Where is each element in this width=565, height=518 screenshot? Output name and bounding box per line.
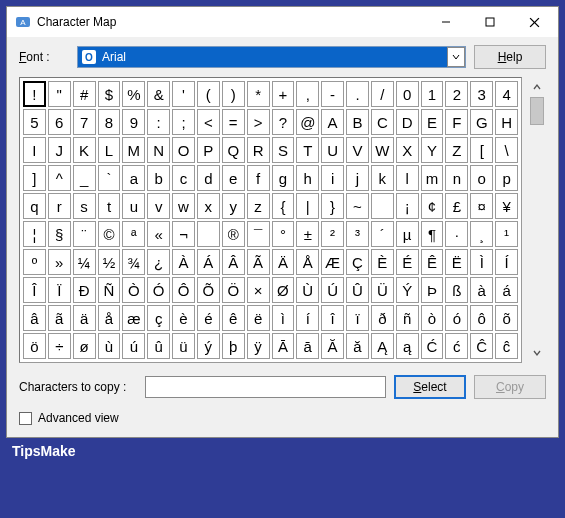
character-cell[interactable]: Ć (421, 333, 444, 359)
character-cell[interactable]: " (48, 81, 71, 107)
character-cell[interactable]: ý (197, 333, 220, 359)
scroll-thumb[interactable] (530, 97, 544, 125)
chevron-down-icon[interactable] (447, 47, 465, 67)
character-cell[interactable]: X (396, 137, 419, 163)
character-cell[interactable]: î (321, 305, 344, 331)
character-cell[interactable]: Ú (321, 277, 344, 303)
character-cell[interactable]: l (396, 165, 419, 191)
character-cell[interactable]: b (147, 165, 170, 191)
scroll-down-icon[interactable] (529, 345, 545, 361)
character-cell[interactable]: « (147, 221, 170, 247)
character-cell[interactable]: S (272, 137, 295, 163)
character-cell[interactable] (197, 221, 220, 247)
character-cell[interactable]: Î (23, 277, 46, 303)
character-cell[interactable]: * (247, 81, 270, 107)
character-cell[interactable]: ÷ (48, 333, 71, 359)
character-cell[interactable]: c (172, 165, 195, 191)
character-cell[interactable]: j (346, 165, 369, 191)
character-cell[interactable]: é (197, 305, 220, 331)
character-cell[interactable]: . (346, 81, 369, 107)
character-cell[interactable]: | (296, 193, 319, 219)
character-cell[interactable]: ï (346, 305, 369, 331)
character-cell[interactable]: ! (23, 81, 46, 107)
character-cell[interactable]: w (172, 193, 195, 219)
character-cell[interactable]: É (396, 249, 419, 275)
character-cell[interactable]: ¶ (421, 221, 444, 247)
character-cell[interactable]: Ü (371, 277, 394, 303)
character-cell[interactable]: Z (445, 137, 468, 163)
character-cell[interactable]: ú (122, 333, 145, 359)
character-cell[interactable]: r (48, 193, 71, 219)
character-cell[interactable]: ë (247, 305, 270, 331)
character-cell[interactable]: ² (321, 221, 344, 247)
character-cell[interactable]: y (222, 193, 245, 219)
character-cell[interactable]: V (346, 137, 369, 163)
character-cell[interactable]: Ā (272, 333, 295, 359)
character-cell[interactable]: ¨ (73, 221, 96, 247)
character-cell[interactable]: Û (346, 277, 369, 303)
character-cell[interactable]: ą (396, 333, 419, 359)
character-cell[interactable]: \ (495, 137, 518, 163)
character-cell[interactable]: 6 (48, 109, 71, 135)
character-cell[interactable]: ¥ (495, 193, 518, 219)
character-cell[interactable]: : (147, 109, 170, 135)
character-cell[interactable]: 8 (98, 109, 121, 135)
character-cell[interactable]: ü (172, 333, 195, 359)
character-cell[interactable]: þ (222, 333, 245, 359)
character-cell[interactable]: Å (296, 249, 319, 275)
character-cell[interactable]: e (222, 165, 245, 191)
character-cell[interactable]: ¾ (122, 249, 145, 275)
character-cell[interactable]: · (445, 221, 468, 247)
character-cell[interactable]: i (321, 165, 344, 191)
character-cell[interactable]: , (296, 81, 319, 107)
character-cell[interactable]: p (495, 165, 518, 191)
close-button[interactable] (512, 8, 556, 36)
character-cell[interactable]: µ (396, 221, 419, 247)
character-cell[interactable]: 0 (396, 81, 419, 107)
character-cell[interactable]: ö (23, 333, 46, 359)
character-cell[interactable]: ā (296, 333, 319, 359)
character-cell[interactable]: ó (445, 305, 468, 331)
character-cell[interactable]: U (321, 137, 344, 163)
character-cell[interactable]: Â (222, 249, 245, 275)
character-cell[interactable]: 4 (495, 81, 518, 107)
character-cell[interactable]: Ö (222, 277, 245, 303)
character-cell[interactable]: ? (272, 109, 295, 135)
character-cell[interactable]: Þ (421, 277, 444, 303)
character-cell[interactable]: © (98, 221, 121, 247)
character-cell[interactable]: ¦ (23, 221, 46, 247)
character-cell[interactable]: 3 (470, 81, 493, 107)
character-cell[interactable]: C (371, 109, 394, 135)
character-cell[interactable]: ô (470, 305, 493, 331)
character-cell[interactable]: ] (23, 165, 46, 191)
character-cell[interactable]: £ (445, 193, 468, 219)
character-cell[interactable]: ò (421, 305, 444, 331)
character-cell[interactable]: ¸ (470, 221, 493, 247)
character-cell[interactable]: ® (222, 221, 245, 247)
character-cell[interactable]: N (147, 137, 170, 163)
character-cell[interactable]: ù (98, 333, 121, 359)
character-cell[interactable]: 2 (445, 81, 468, 107)
minimize-button[interactable] (424, 8, 468, 36)
character-cell[interactable]: Ă (321, 333, 344, 359)
character-cell[interactable]: A (321, 109, 344, 135)
character-cell[interactable]: ä (73, 305, 96, 331)
character-cell[interactable]: Õ (197, 277, 220, 303)
character-cell[interactable]: 5 (23, 109, 46, 135)
copy-button[interactable]: Copy (474, 375, 546, 399)
maximize-button[interactable] (468, 8, 512, 36)
character-cell[interactable]: ; (172, 109, 195, 135)
character-cell[interactable]: ã (48, 305, 71, 331)
character-cell[interactable]: s (73, 193, 96, 219)
character-cell[interactable]: ´ (371, 221, 394, 247)
character-cell[interactable]: } (321, 193, 344, 219)
character-cell[interactable]: o (470, 165, 493, 191)
character-cell[interactable]: k (371, 165, 394, 191)
character-cell[interactable]: ÿ (247, 333, 270, 359)
character-cell[interactable] (371, 193, 394, 219)
character-cell[interactable]: ¡ (396, 193, 419, 219)
character-cell[interactable]: Ï (48, 277, 71, 303)
character-cell[interactable]: Ä (272, 249, 295, 275)
character-cell[interactable]: Ê (421, 249, 444, 275)
character-cell[interactable]: ¹ (495, 221, 518, 247)
